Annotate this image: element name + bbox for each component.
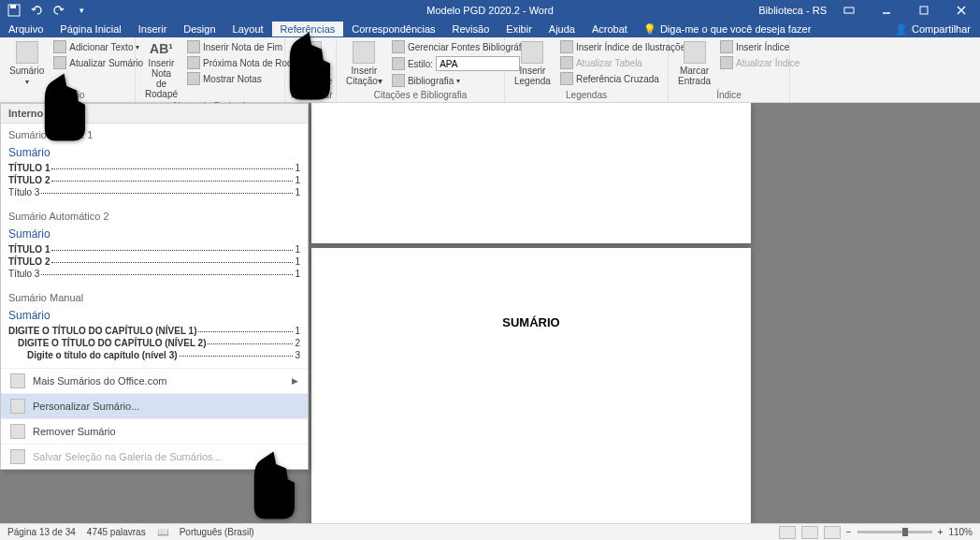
preview-auto2[interactable]: Sumário TÍTULO 11 TÍTULO 21 Título 31	[8, 227, 300, 279]
inserir-nota-rodape-button[interactable]: AB¹ Inserir Notade Rodapé	[141, 39, 181, 101]
tab-exibir[interactable]: Exibir	[497, 22, 540, 36]
show-notes-icon	[187, 72, 200, 85]
crossref-icon	[560, 72, 573, 85]
personalizar-sumario[interactable]: Personalizar Sumário...	[1, 393, 308, 418]
menu-bar: Arquivo Página Inicial Inserir Design La…	[0, 21, 980, 37]
read-mode-button[interactable]	[779, 526, 796, 539]
tab-arquivo[interactable]: Arquivo	[0, 22, 51, 36]
group-indice: Índice	[674, 90, 784, 102]
svg-rect-4	[920, 7, 928, 14]
maximize-button[interactable]	[909, 1, 939, 20]
mark-entry-icon	[684, 41, 706, 64]
add-text-button[interactable]: Adicionar Texto▾	[51, 39, 145, 54]
undo-icon[interactable]	[28, 2, 45, 19]
preview-manual[interactable]: Sumário DIGITE O TÍTULO DO CAPÍTULO (NÍV…	[8, 309, 300, 360]
minimize-button[interactable]	[872, 1, 901, 20]
remover-sumario[interactable]: Remover Sumário	[1, 418, 308, 444]
ribbon-options-icon[interactable]	[834, 1, 864, 20]
share-label: Compartilhar	[912, 23, 971, 35]
ab-icon: AB¹	[150, 41, 173, 56]
search-icon	[299, 41, 322, 64]
group-citacoes: Citações e Bibliografia	[342, 90, 498, 102]
zoom-in-button[interactable]: +	[938, 527, 944, 537]
fig-index-icon	[560, 40, 573, 53]
close-button[interactable]	[946, 1, 976, 20]
customize-icon	[10, 399, 25, 414]
document-title: Modelo PGD 2020.2 - Word	[426, 5, 554, 16]
dropdown-header: Interno	[1, 104, 308, 124]
tab-pagina-inicial[interactable]: Página Inicial	[51, 22, 129, 36]
sumario-dropdown: Interno Sumário A.......... 1 Sumário TÍ…	[0, 103, 309, 470]
globe-icon	[10, 373, 25, 388]
endnote-icon	[187, 40, 200, 53]
style-icon	[392, 57, 405, 70]
svg-rect-2	[844, 7, 854, 13]
marcar-entrada-button[interactable]: MarcarEntrada	[674, 39, 714, 88]
page-previous[interactable]	[311, 103, 751, 243]
page-current[interactable]: SUMÁRIO	[311, 248, 751, 523]
tab-revisao[interactable]: Revisão	[444, 22, 498, 36]
section-manual: Sumário Manual	[1, 286, 308, 307]
zoom-out-button[interactable]: −	[846, 527, 852, 537]
preview-auto1[interactable]: Sumário TÍTULO 11 TÍTULO 21 Título 31	[8, 146, 300, 197]
lightbulb-icon: 💡	[643, 23, 656, 36]
insert-index-icon	[720, 40, 733, 53]
inserir-legenda-button[interactable]: InserirLegenda	[511, 39, 555, 88]
atualizar-indice-button[interactable]: Atualizar Índice	[718, 55, 801, 70]
tab-layout[interactable]: Layout	[224, 22, 272, 36]
ribbon: Sumário ▾ Adicionar Texto▾ Atualizar Sum…	[0, 37, 980, 103]
bibliography-icon	[392, 74, 405, 87]
inserir-indice-button[interactable]: Inserir Índice	[718, 39, 801, 54]
tab-design[interactable]: Design	[175, 22, 223, 36]
sumario-icon	[16, 41, 38, 64]
status-bar: Página 13 de 34 4745 palavras 📖 Portuguê…	[0, 523, 980, 540]
sumario-label: Sumário	[9, 66, 44, 76]
tell-me[interactable]: 💡 Diga-me o que você deseja fazer	[636, 23, 818, 36]
tab-referencias[interactable]: Referências	[272, 22, 344, 36]
refresh-icon	[53, 56, 66, 69]
tab-inserir[interactable]: Inserir	[130, 22, 176, 36]
add-text-icon	[53, 40, 66, 53]
section-auto1: Sumário A.......... 1	[1, 124, 308, 144]
update-sumario-button[interactable]: Atualizar Sumário	[51, 55, 145, 70]
inserir-citacao-button[interactable]: InserirCitação▾	[342, 39, 386, 88]
pesquisa-button[interactable]: PesquisaInteligente	[285, 39, 336, 88]
title-bar: ▾ Modelo PGD 2020.2 - Word Biblioteca - …	[0, 0, 980, 21]
citation-icon	[353, 41, 375, 64]
update-table-icon	[560, 56, 573, 69]
zoom-level[interactable]: 110%	[948, 527, 973, 537]
group-sumario: Sumário	[6, 90, 129, 102]
tab-correspondencias[interactable]: Correspondências	[343, 22, 443, 36]
print-layout-button[interactable]	[801, 526, 818, 539]
share-button[interactable]: 👤 Compartilhar	[895, 23, 980, 36]
more-office-sumarios[interactable]: Mais Sumários do Office.com ▶	[1, 368, 308, 393]
sumario-button[interactable]: Sumário ▾	[6, 39, 48, 88]
page-indicator[interactable]: Página 13 de 34	[7, 527, 76, 537]
caption-icon	[521, 41, 543, 64]
manage-sources-icon	[392, 40, 405, 53]
group-legendas: Legendas	[511, 90, 662, 102]
group-pesquisar: Pesquisar	[291, 90, 330, 102]
save-gallery-icon	[10, 449, 25, 464]
spellcheck-icon[interactable]: 📖	[157, 527, 168, 537]
section-auto2: Sumário Automático 2	[1, 205, 308, 226]
redo-icon[interactable]	[50, 2, 67, 19]
svg-rect-1	[10, 5, 16, 8]
save-icon[interactable]	[6, 2, 22, 19]
tab-ajuda[interactable]: Ajuda	[540, 22, 584, 36]
salvar-galeria: Salvar Seleção na Galeria de Sumários...	[1, 444, 308, 469]
share-icon: 👤	[895, 23, 908, 36]
chevron-right-icon: ▶	[292, 376, 298, 386]
web-layout-button[interactable]	[824, 526, 841, 539]
next-note-icon	[187, 56, 200, 69]
document-heading: SUMÁRIO	[502, 315, 559, 329]
library-label: Biblioteca - RS	[758, 5, 827, 16]
tab-acrobat[interactable]: Acrobat	[584, 22, 636, 36]
zoom-slider[interactable]	[858, 531, 932, 533]
tell-me-label: Diga-me o que você deseja fazer	[660, 23, 811, 35]
qat-dropdown-icon[interactable]: ▾	[73, 2, 90, 19]
language-indicator[interactable]: Português (Brasil)	[180, 527, 254, 537]
update-index-icon	[720, 56, 733, 69]
word-count[interactable]: 4745 palavras	[87, 527, 146, 537]
remove-icon	[10, 424, 25, 439]
